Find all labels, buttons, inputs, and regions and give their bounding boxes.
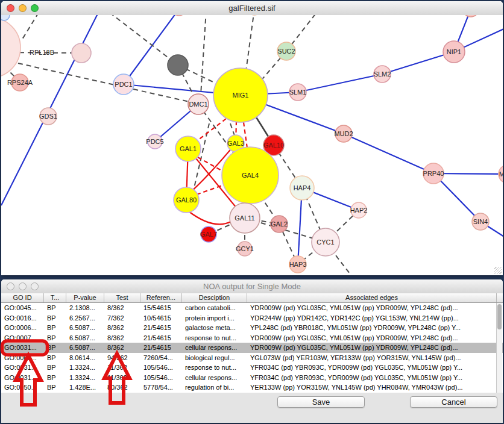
table-cell: YDR244W (pp) YDR142C, YDR142C (pp) YGL15… xyxy=(247,313,497,323)
column-header-4[interactable]: Referen... xyxy=(140,293,182,302)
results-table-body: GO:0045...BP2.1308...8/36215/54615carbon… xyxy=(1,303,503,393)
table-cell: 94/362 xyxy=(104,353,140,363)
table-cell: GO:0031... xyxy=(1,363,44,373)
table-cell: YDR009W (pd) YGL035C, YML051W (pp) YDR00… xyxy=(247,303,497,313)
table-cell: GO:0006... xyxy=(1,323,44,333)
graph-node-label-cyc1: CYC1 xyxy=(317,238,334,246)
graph-node-label-hap3: HAP3 xyxy=(289,261,307,268)
graph-node-label-nip1: NIP1 xyxy=(447,48,461,55)
table-cell: 8/362 xyxy=(104,303,140,313)
column-header-2[interactable]: P-value xyxy=(66,293,104,302)
table-scrollbar-thumb[interactable] xyxy=(497,304,502,329)
table-cell: cellular respons... xyxy=(182,343,247,353)
network-window: galFiltered.sif RPS24AGDS1PDC1MIG1DMC1SL… xyxy=(1,1,503,275)
graph-node-label-rps24a: RPS24A xyxy=(7,79,33,86)
table-cell: BP xyxy=(44,303,66,313)
graph-node-label-hap4: HAP4 xyxy=(294,184,311,192)
noa-window-title: NOA output for Single Mode xyxy=(1,279,503,293)
graph-node-label-dmc1: DMC1 xyxy=(189,101,207,108)
table-cell: GO:0050... xyxy=(1,382,44,393)
table-cell: 21/54615 xyxy=(140,333,182,343)
table-cell: YFR034C (pd) YBR093C, YDR009W (pd) YGL03… xyxy=(247,363,497,373)
graph-node-label-gal11: GAL11 xyxy=(235,214,254,222)
table-cell: 105/546... xyxy=(140,373,182,383)
column-header-3[interactable]: Test xyxy=(104,293,140,302)
minimize-button[interactable] xyxy=(19,282,27,290)
graph-node-label-msl1: MSL1 xyxy=(499,170,503,178)
noa-output-window: NOA output for Single Mode GO IDT...P-va… xyxy=(1,279,503,423)
table-cell: YFR034C (pd) YBR093C, YDR009W (pd) YGL03… xyxy=(247,373,497,383)
table-row[interactable]: GO:0016...BP6.2567...7/36210/54615protei… xyxy=(1,313,503,323)
graph-node-label-slm2: SLM2 xyxy=(374,70,391,78)
column-header-1[interactable]: T... xyxy=(44,293,66,302)
column-header-6[interactable]: Associated edges xyxy=(247,293,497,302)
table-cell: YPL248C (pd) YBR018C, YML051W (pp) YDR00… xyxy=(247,323,497,333)
noa-window-titlebar[interactable]: NOA output for Single Mode xyxy=(1,279,503,294)
table-row[interactable]: GO:0031...BP6.5087...8/36221/54615cellul… xyxy=(1,343,503,353)
table-row[interactable]: GO:0045...BP2.1308...8/36215/54615carbon… xyxy=(1,303,503,313)
results-table-header: GO IDT...P-valueTestReferen...Desciption… xyxy=(1,293,503,303)
table-cell: 11/362 xyxy=(104,363,140,373)
traffic-lights-inactive xyxy=(7,279,39,293)
graph-node-rpl18b-node[interactable] xyxy=(72,43,91,63)
graph-node-label-gal4: GAL4 xyxy=(242,172,259,179)
table-cell: BP xyxy=(44,382,66,393)
table-cell: carbon cataboli... xyxy=(182,303,247,313)
table-cell: response to nut... xyxy=(182,363,247,373)
table-cell: BP xyxy=(44,313,66,323)
table-scrollbar[interactable] xyxy=(496,303,502,393)
network-window-titlebar[interactable]: galFiltered.sif xyxy=(1,1,503,16)
table-row[interactable]: GO:0050...BP1.428E...80/3625778/54...reg… xyxy=(1,382,503,393)
table-row[interactable]: GO:0031...BP1.3324...11/362105/546...cel… xyxy=(1,373,503,383)
graph-node-label-gal7: GAL7 xyxy=(200,231,217,238)
table-row[interactable]: GO:0065...BP8.0614...94/3627260/54...bio… xyxy=(1,353,503,363)
table-row[interactable]: GO:0031...BP1.3324...11/362105/546...res… xyxy=(1,363,503,373)
minimize-button[interactable] xyxy=(19,4,27,12)
table-cell: YDR009W (pd) YGL035C, YML051W (pp) YDR00… xyxy=(247,343,497,353)
graph-node-top-pink-2[interactable] xyxy=(463,15,479,17)
graph-node-tiny-topleft[interactable] xyxy=(1,15,10,20)
table-cell: 5778/54... xyxy=(140,382,182,393)
zoom-button[interactable] xyxy=(31,282,39,290)
column-header-5[interactable]: Desciption xyxy=(182,293,247,302)
close-button[interactable] xyxy=(7,4,14,12)
table-cell: 10/54615 xyxy=(140,313,182,323)
network-canvas[interactable]: RPS24AGDS1PDC1MIG1DMC1SLM1SUC2SLM2NIP1MU… xyxy=(1,15,503,275)
column-header-0[interactable]: GO ID xyxy=(1,293,44,302)
graph-node-label-mig1: MIG1 xyxy=(233,92,249,99)
table-cell: 6.5087... xyxy=(66,343,104,353)
graph-edge-gray-dashed xyxy=(245,15,254,75)
save-button[interactable]: Save xyxy=(277,396,365,408)
graph-node-label-slm1: SLM1 xyxy=(289,89,307,96)
graph-node-label-gal2: GAL2 xyxy=(271,220,288,228)
table-cell: 15/54615 xyxy=(140,303,182,313)
table-cell: cellular respons... xyxy=(182,373,247,383)
table-cell: GO:0007... xyxy=(1,333,44,343)
table-cell: 8/362 xyxy=(104,323,140,333)
table-cell: response to nut... xyxy=(182,333,247,343)
table-cell: 11/362 xyxy=(104,373,140,383)
zoom-button[interactable] xyxy=(31,4,39,12)
table-row[interactable]: GO:0007...BP6.5087...8/36221/54615respon… xyxy=(1,333,503,343)
table-row[interactable]: GO:0006...BP6.5087...8/36221/54615galact… xyxy=(1,323,503,333)
table-cell: 6.5087... xyxy=(66,333,104,343)
table-cell: BP xyxy=(44,373,66,383)
graph-edge-blue xyxy=(298,74,382,92)
table-cell: 6.5087... xyxy=(66,323,104,333)
table-cell: BP xyxy=(44,333,66,343)
table-cell: 8/362 xyxy=(104,343,140,353)
graph-node-label-gcy1: GCY1 xyxy=(236,245,254,252)
graph-node-label-gal80: GAL80 xyxy=(176,196,197,204)
traffic-lights xyxy=(7,1,39,15)
graph-node-label-gal1: GAL1 xyxy=(180,145,197,152)
table-cell: 2.1308... xyxy=(66,303,104,313)
table-cell: BP xyxy=(44,343,66,353)
close-button[interactable] xyxy=(7,282,14,290)
graph-node-gray-node[interactable] xyxy=(168,55,188,75)
table-cell: 7260/54... xyxy=(140,353,182,363)
resize-grip[interactable] xyxy=(494,267,502,274)
graph-node-label-pdc1: PDC1 xyxy=(115,81,132,88)
table-cell: regulation of bi... xyxy=(182,382,247,393)
graph-node-big-topleft[interactable] xyxy=(1,17,20,78)
cancel-button[interactable]: Cancel xyxy=(410,396,497,408)
